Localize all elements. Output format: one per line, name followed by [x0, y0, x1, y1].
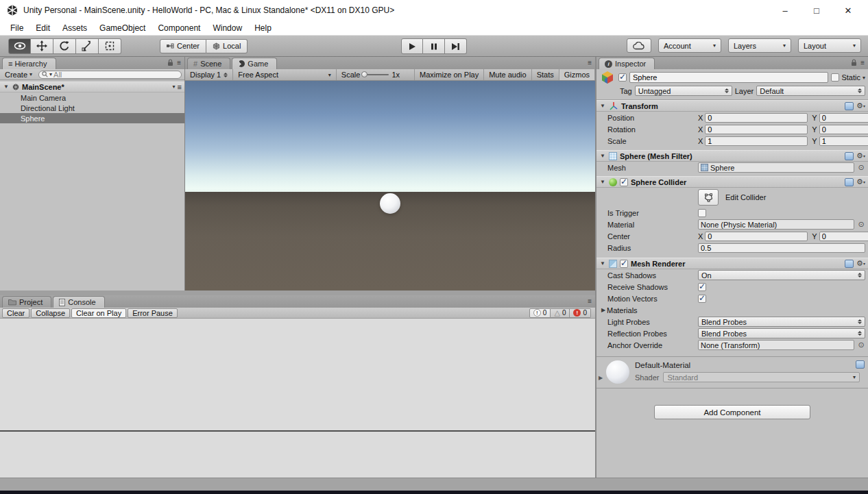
transform-header[interactable]: ▼ Transform ⚙▾ — [596, 100, 868, 112]
console-detail-splitter[interactable] — [0, 430, 595, 432]
maximize-on-play-toggle[interactable]: Maximize on Play — [414, 69, 484, 80]
menu-assets[interactable]: Assets — [56, 21, 93, 35]
rect-tool-button[interactable] — [99, 38, 121, 54]
active-checkbox[interactable] — [618, 73, 627, 82]
gizmos-dropdown[interactable]: Gizmos — [559, 69, 595, 80]
tab-game[interactable]: Game — [232, 58, 277, 69]
gear-icon[interactable]: ⚙▾ — [856, 101, 865, 110]
collapse-button[interactable]: Collapse — [31, 308, 70, 318]
position-x-field[interactable] — [705, 113, 808, 123]
mute-audio-toggle[interactable]: Mute audio — [484, 69, 531, 80]
close-button[interactable]: ✕ — [832, 1, 864, 20]
stats-toggle[interactable]: Stats — [532, 69, 559, 80]
shader-dropdown[interactable]: Standard ▾ — [663, 372, 860, 382]
rotation-x-field[interactable] — [705, 125, 808, 134]
object-picker-icon[interactable]: ⊙ — [857, 220, 865, 229]
center-y-field[interactable] — [819, 232, 868, 241]
create-dropdown[interactable]: Create ▾ — [3, 71, 34, 79]
foldout-open-icon[interactable]: ▼ — [599, 260, 606, 267]
pivot-center-button[interactable]: Center — [160, 39, 206, 53]
console-log-area[interactable] — [0, 319, 595, 478]
menu-window[interactable]: Window — [206, 21, 248, 35]
scene-menu-icon[interactable]: ≡ — [178, 83, 182, 91]
play-button[interactable] — [401, 38, 423, 54]
panel-menu-icon[interactable]: ≡ — [860, 59, 865, 66]
panel-menu-icon[interactable]: ≡ — [588, 297, 592, 305]
help-book-icon[interactable] — [845, 260, 854, 268]
gameobject-name-field[interactable] — [629, 72, 828, 83]
foldout-open-icon[interactable]: ▼ — [3, 84, 10, 90]
receive-shadows-checkbox[interactable] — [698, 283, 706, 291]
tag-dropdown[interactable]: Untagged — [635, 86, 732, 96]
clear-on-play-button[interactable]: Clear on Play — [71, 308, 126, 318]
collider-enabled-checkbox[interactable] — [620, 178, 628, 186]
hierarchy-search-input[interactable]: ▾ All — [38, 71, 182, 79]
hierarchy-item-sphere[interactable]: Sphere — [0, 113, 184, 123]
edit-collider-button[interactable] — [698, 189, 719, 206]
lock-icon[interactable] — [851, 59, 857, 66]
rotation-y-field[interactable] — [819, 125, 868, 134]
anchor-override-field[interactable]: None (Transform) — [698, 340, 854, 350]
tab-inspector[interactable]: i Inspector — [599, 58, 655, 69]
lock-icon[interactable] — [167, 59, 173, 66]
help-book-icon[interactable] — [845, 102, 854, 110]
reflection-probes-dropdown[interactable]: Blend Probes — [698, 328, 865, 338]
static-caret-icon[interactable]: ▾ — [863, 75, 865, 81]
pause-button[interactable] — [423, 38, 445, 54]
mesh-renderer-header[interactable]: ▼ Mesh Renderer ⚙▾ — [596, 258, 868, 269]
hierarchy-item-main-camera[interactable]: Main Camera — [0, 92, 184, 103]
scale-slider-track[interactable] — [363, 74, 389, 75]
foldout-open-icon[interactable]: ▼ — [599, 179, 606, 185]
mesh-filter-header[interactable]: ▼ Sphere (Mesh Filter) ⚙▾ — [596, 150, 868, 162]
help-book-icon[interactable] — [856, 360, 865, 369]
mesh-object-field[interactable]: Sphere — [698, 162, 854, 173]
help-book-icon[interactable] — [845, 152, 854, 160]
center-x-field[interactable] — [705, 232, 808, 241]
foldout-open-icon[interactable]: ▼ — [599, 103, 606, 109]
static-toggle[interactable]: Static ▾ — [831, 73, 865, 82]
scale-tool-button[interactable] — [76, 38, 99, 54]
sphere-collider-header[interactable]: ▼ Sphere Collider ⚙▾ — [596, 176, 868, 188]
maximize-button[interactable]: □ — [801, 1, 832, 20]
hierarchy-item-directional-light[interactable]: Directional Light — [0, 103, 184, 113]
hand-tool-button[interactable] — [8, 38, 31, 54]
foldout-closed-icon[interactable]: ▶ — [600, 307, 607, 313]
position-y-field[interactable] — [819, 113, 868, 123]
game-view[interactable] — [185, 81, 595, 291]
tab-console[interactable]: Console — [53, 296, 104, 308]
error-count-toggle[interactable]: ! 0 — [570, 308, 591, 318]
gear-icon[interactable]: ⚙▾ — [856, 151, 865, 160]
error-pause-button[interactable]: Error Pause — [128, 308, 178, 318]
menu-edit[interactable]: Edit — [29, 21, 56, 35]
gear-icon[interactable]: ⚙▾ — [856, 259, 865, 268]
light-probes-dropdown[interactable]: Blend Probes — [698, 317, 865, 327]
add-component-button[interactable]: Add Component — [654, 405, 810, 419]
materials-foldout-row[interactable]: ▶ Materials — [596, 304, 868, 316]
tab-hierarchy[interactable]: ≡ Hierarchy — [2, 58, 56, 69]
cloud-button[interactable] — [627, 38, 651, 53]
menu-help[interactable]: Help — [248, 21, 278, 35]
object-picker-icon[interactable]: ⊙ — [857, 163, 865, 172]
account-dropdown[interactable]: Account ▾ — [658, 38, 721, 53]
move-tool-button[interactable] — [31, 38, 53, 54]
panel-menu-icon[interactable]: ≡ — [588, 59, 592, 66]
gear-icon[interactable]: ⚙▾ — [856, 177, 865, 186]
motion-vectors-checkbox[interactable] — [698, 295, 706, 303]
is-trigger-checkbox[interactable] — [698, 209, 706, 217]
scale-x-field[interactable] — [705, 136, 808, 146]
minimize-button[interactable]: – — [769, 1, 801, 20]
menu-gameobject[interactable]: GameObject — [93, 21, 152, 35]
aspect-dropdown[interactable]: Free Aspect ▾ — [233, 69, 337, 80]
rotate-tool-button[interactable] — [53, 38, 76, 54]
layout-dropdown[interactable]: Layout ▾ — [798, 38, 861, 53]
tab-scene[interactable]: # Scene — [187, 58, 230, 69]
scale-y-field[interactable] — [819, 136, 868, 146]
radius-field[interactable] — [698, 243, 865, 253]
layer-dropdown[interactable]: Default — [756, 86, 865, 96]
foldout-open-icon[interactable]: ▼ — [599, 153, 606, 159]
material-foldout-icon[interactable]: ▶ — [599, 375, 603, 381]
space-local-button[interactable]: Local — [206, 39, 248, 53]
scene-header-row[interactable]: ▼ MainScene* ▾ ≡ — [0, 82, 184, 92]
help-book-icon[interactable] — [845, 178, 854, 186]
display-dropdown[interactable]: Display 1 — [185, 69, 233, 80]
